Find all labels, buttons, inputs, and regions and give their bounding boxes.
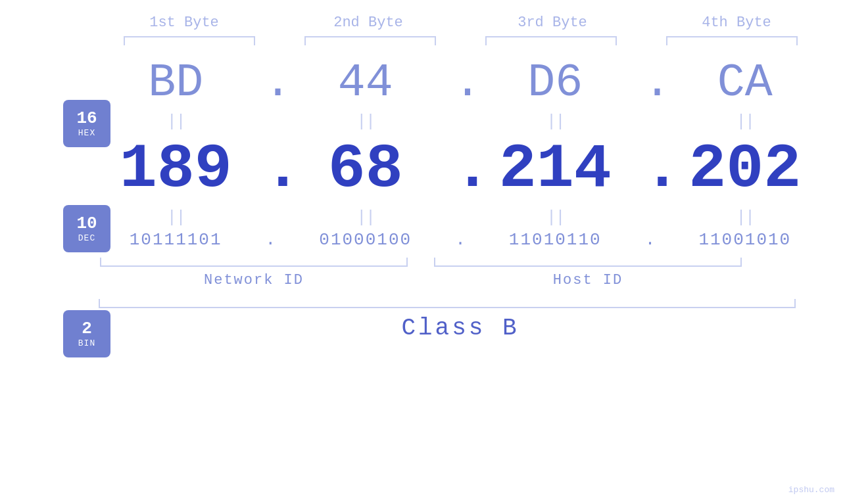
hex-byte4: CA bbox=[679, 57, 811, 109]
byte2-header: 2nd Byte bbox=[296, 14, 441, 31]
eq1-byte3: || bbox=[489, 112, 621, 131]
dec-dot3: . bbox=[644, 134, 657, 205]
network-id-label: Network ID bbox=[100, 272, 408, 288]
dec-byte1: 189 bbox=[110, 134, 241, 205]
eq1-byte4: || bbox=[679, 112, 811, 131]
byte1-header: 1st Byte bbox=[112, 14, 256, 31]
equals-row-1: || || || || bbox=[92, 112, 829, 131]
hex-byte1: BD bbox=[110, 57, 241, 109]
hex-dot1: . bbox=[264, 57, 277, 109]
bracket-byte4 bbox=[666, 36, 798, 45]
dec-byte2: 68 bbox=[300, 134, 431, 205]
bin-row: 10111101 . 01000100 . 11010110 . 1100101… bbox=[92, 230, 829, 250]
bracket-byte3 bbox=[485, 36, 617, 45]
eq2-byte2: || bbox=[300, 208, 431, 227]
bin-byte3: 11010110 bbox=[489, 230, 621, 250]
bin-byte4: 11001010 bbox=[679, 230, 811, 250]
host-id-label: Host ID bbox=[434, 272, 742, 288]
bin-dot2: . bbox=[454, 230, 467, 250]
class-label-container: Class B bbox=[92, 315, 829, 342]
network-host-labels: Network ID Host ID bbox=[92, 272, 829, 288]
eq1-byte1: || bbox=[110, 112, 241, 131]
dec-row: 189 . 68 . 214 . 202 bbox=[92, 134, 829, 205]
eq2-byte4: || bbox=[679, 208, 811, 227]
network-bracket bbox=[100, 258, 408, 267]
eq2-byte1: || bbox=[110, 208, 241, 227]
bin-byte2: 01000100 bbox=[300, 230, 431, 250]
eq2-byte3: || bbox=[489, 208, 621, 227]
byte3-header: 3rd Byte bbox=[480, 14, 625, 31]
dec-dot2: . bbox=[454, 134, 467, 205]
class-bracket-container bbox=[92, 299, 829, 308]
dec-byte3: 214 bbox=[489, 134, 621, 205]
page-container: 16 HEX 10 DEC 2 BIN 1st Byte 2nd Byte 3r… bbox=[0, 0, 845, 504]
bin-dot3: . bbox=[644, 230, 657, 250]
hex-byte2: 44 bbox=[300, 57, 431, 109]
byte-header-row: 1st Byte 2nd Byte 3rd Byte 4th Byte bbox=[92, 14, 829, 31]
main-content: 1st Byte 2nd Byte 3rd Byte 4th Byte BD .… bbox=[92, 0, 829, 342]
hex-row: BD . 44 . D6 . CA bbox=[92, 57, 829, 109]
hex-byte3: D6 bbox=[489, 57, 621, 109]
top-brackets bbox=[92, 36, 829, 45]
watermark: ipshu.com bbox=[788, 485, 834, 495]
bin-badge-number: 2 bbox=[82, 319, 92, 338]
bracket-byte1 bbox=[124, 36, 255, 45]
network-host-brackets bbox=[92, 258, 829, 267]
bin-byte1: 10111101 bbox=[110, 230, 241, 250]
equals-row-2: || || || || bbox=[92, 208, 829, 227]
eq1-byte2: || bbox=[300, 112, 431, 131]
class-label: Class B bbox=[401, 315, 519, 342]
class-bracket bbox=[99, 299, 796, 308]
bin-dot1: . bbox=[264, 230, 277, 250]
hex-dot3: . bbox=[644, 57, 657, 109]
byte4-header: 4th Byte bbox=[664, 14, 809, 31]
host-bracket bbox=[434, 258, 742, 267]
dec-dot1: . bbox=[264, 134, 277, 205]
hex-dot2: . bbox=[454, 57, 467, 109]
bracket-byte2 bbox=[304, 36, 436, 45]
dec-byte4: 202 bbox=[679, 134, 811, 205]
